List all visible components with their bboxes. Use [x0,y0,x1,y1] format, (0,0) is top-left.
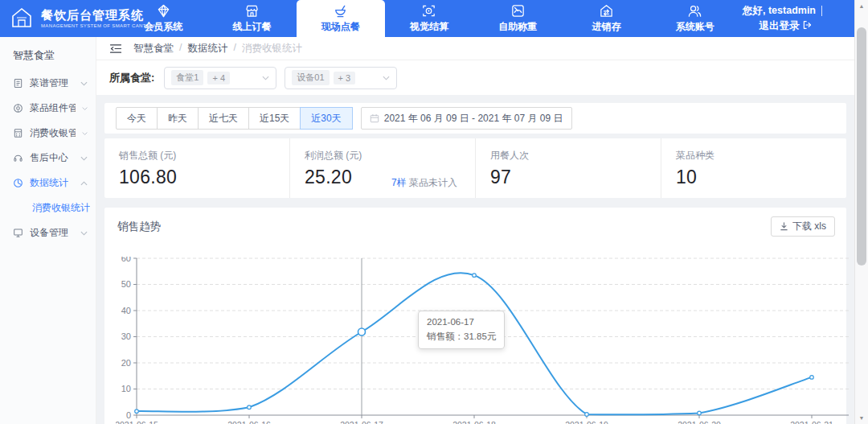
download-icon [780,222,788,231]
canteen-filter-row: 所属食堂: 食堂1 + 4 设备01 + 3 [96,60,854,95]
scrollbar-thumb[interactable] [857,27,866,266]
calculator-icon [13,128,23,138]
primary-nav: 会员系统 线上订餐 现场点餐 视觉结算 [119,0,739,37]
device-select[interactable]: 设备01 + 3 [285,67,397,89]
uncounted-dishes-link[interactable]: 7样 [391,177,407,188]
chevron-down-icon [82,106,88,111]
sidebar-item-device-mgmt[interactable]: 设备管理 [0,220,96,245]
svg-text:30: 30 [121,331,131,341]
app-window: 餐饮后台管理系统 MANAGEMENT SYSTEM OF SMART CANT… [0,0,868,424]
svg-text:60: 60 [121,257,131,263]
svg-text:2021-06-16: 2021-06-16 [227,420,271,424]
svg-text:2021-06-18: 2021-06-18 [452,420,496,424]
sidebar: 智慧食堂 菜谱管理 菜品组件管理 消费收银管理 售后中心 数据统计 [0,37,96,424]
chart-title: 销售趋势 [117,220,161,234]
user-greeting: 您好, testadmin [743,3,816,19]
download-xls-button[interactable]: 下载 xls [771,216,835,237]
chart-header: 销售趋势 下载 xls [104,208,846,237]
date-range-picker[interactable]: 2021 年 06 月 09 日 - 2021 年 07 月 09 日 [361,107,572,130]
chevron-down-icon [262,76,269,80]
nav-item-self-weighing[interactable]: 自助称重 [473,0,562,37]
uncounted-dishes-note: 7样 菜品未计入 [391,176,457,190]
canteen-filter-label: 所属食堂: [109,71,154,85]
sidebar-item-recipe-mgmt[interactable]: 菜谱管理 [0,71,96,96]
bowl-icon [333,3,348,19]
scan-camera-icon [421,3,436,19]
scroll-up-arrow[interactable]: ▲ [855,3,868,9]
chevron-down-icon [80,156,88,161]
svg-text:2021-06-19: 2021-06-19 [565,420,608,424]
top-nav-bar: 餐饮后台管理系统 MANAGEMENT SYSTEM OF SMART CANT… [0,0,854,37]
sidebar-item-dish-component-mgmt[interactable]: 菜品组件管理 [0,96,96,121]
logout-icon [802,20,812,30]
scroll-down-arrow[interactable]: ▼ [855,415,868,421]
date-tab-last30days[interactable]: 近30天 [300,107,352,130]
document-icon [13,78,23,89]
svg-text:2021-06-21: 2021-06-21 [790,420,833,424]
chevron-down-icon [383,76,390,80]
date-tab-today[interactable]: 今天 [116,107,158,130]
svg-text:40: 40 [121,306,131,315]
calendar-icon [370,113,379,123]
svg-text:20: 20 [121,358,131,368]
svg-text:2021-06-15: 2021-06-15 [116,420,158,424]
svg-text:10: 10 [121,384,131,393]
nav-item-online-order[interactable]: 线上订餐 [207,0,296,37]
headset-icon [13,153,23,163]
nav-item-inventory[interactable]: 进销存 [562,0,650,37]
stat-total-profit: 利润总额 (元) 25.20 7样 菜品未计入 [289,138,475,198]
breadcrumb-item[interactable]: 智慧食堂 [133,42,174,56]
gem-icon [156,3,171,19]
tooltip-date: 2021-06-17 [427,315,496,330]
users-icon [687,3,702,19]
logout-button[interactable]: 退出登录 [760,19,812,34]
stat-diner-count: 用餐人次 97 [475,138,661,198]
svg-text:2021-06-17: 2021-06-17 [340,420,383,424]
nav-item-member-system[interactable]: 会员系统 [119,0,207,37]
sidebar-subitem-consumption-stats[interactable]: 消费收银统计 [0,196,96,220]
date-tab-yesterday[interactable]: 昨天 [157,107,199,130]
more-canteens-tag: + 4 [207,72,230,84]
breadcrumb-current: 消费收银统计 [242,42,302,56]
svg-text:2021-06-20: 2021-06-20 [678,420,721,424]
sidebar-item-data-statistics[interactable]: 数据统计 [0,171,96,196]
stats-summary-card: 销售总额 (元) 106.80 利润总额 (元) 25.20 7样 菜品未计入 … [104,138,846,198]
divider [821,6,822,16]
nav-item-visual-checkout[interactable]: 视觉结算 [385,0,473,37]
scale-icon [510,3,526,19]
selected-device-tag: 设备01 [292,70,329,85]
vertical-scrollbar[interactable]: ▲ ▼ [854,0,868,424]
component-icon [13,103,23,113]
pie-clock-icon [13,178,23,188]
sidebar-item-cashier-mgmt[interactable]: 消费收银管理 [0,121,96,146]
canteen-select[interactable]: 食堂1 + 4 [164,67,276,89]
date-filter-card: 今天 昨天 近七天 近15天 近30天 2021 年 06 月 09 日 - 2… [104,103,846,134]
warehouse-arrows-icon [599,3,614,19]
breadcrumb: 智慧食堂 / 数据统计 / 消费收银统计 [133,42,302,56]
date-tab-last7days[interactable]: 近七天 [198,107,249,130]
logo-icon [8,4,35,31]
svg-text:0: 0 [126,410,131,420]
tooltip-value-row: 销售额：31.85元 [427,330,496,344]
date-tab-last15days[interactable]: 近15天 [248,107,301,130]
svg-text:50: 50 [121,279,131,289]
breadcrumb-item[interactable]: 数据统计 [187,42,227,56]
chart-tooltip: 2021-06-17 销售额：31.85元 [418,311,505,349]
sidebar-item-aftersales-center[interactable]: 售后中心 [0,146,96,171]
sales-trend-card: 销售趋势 下载 xls 01020304050602021-06-152021-… [104,208,846,424]
nav-item-system-account[interactable]: 系统账号 [651,0,739,37]
date-range-value: 2021 年 06 月 09 日 - 2021 年 07 月 09 日 [384,112,563,126]
storefront-icon [244,3,260,19]
menu-fold-icon[interactable] [109,43,122,54]
main-content: 智慧食堂 / 数据统计 / 消费收银统计 所属食堂: 食堂1 + 4 设备01 … [96,37,854,424]
nav-item-onsite-order[interactable]: 现场点餐 [297,0,385,37]
chevron-down-icon [80,231,88,236]
chevron-up-icon [80,181,88,186]
breadcrumb-filter-panel: 智慧食堂 / 数据统计 / 消费收银统计 所属食堂: 食堂1 + 4 设备01 … [96,37,854,95]
stat-total-sales: 销售总额 (元) 106.80 [104,138,289,198]
stat-dish-types: 菜品种类 10 [661,138,846,198]
sidebar-title: 智慧食堂 [0,37,96,71]
chevron-down-icon [82,131,88,136]
monitor-icon [13,228,23,238]
selected-canteen-tag: 食堂1 [171,70,203,85]
